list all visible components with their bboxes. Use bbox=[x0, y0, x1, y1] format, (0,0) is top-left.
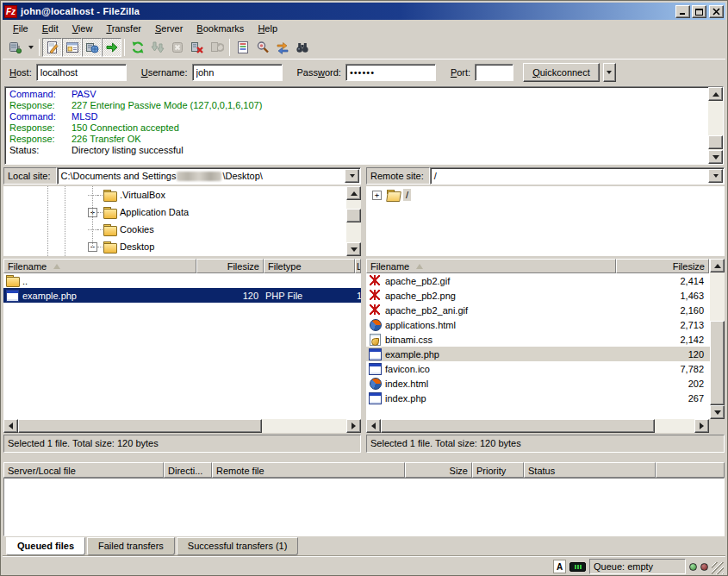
resize-grip[interactable] bbox=[712, 562, 724, 574]
site-manager-dropdown[interactable] bbox=[25, 38, 36, 57]
remote-directory-tree: + / bbox=[366, 186, 725, 256]
quickconnect-bar: Host: Username: Password: Port: Quickcon… bbox=[3, 59, 725, 85]
toggle-local-tree-button[interactable] bbox=[62, 38, 82, 57]
queue-list[interactable] bbox=[3, 478, 725, 536]
file-row[interactable]: apache_pb2.png 1,463 bbox=[366, 288, 725, 303]
local-tree-scrollbar[interactable] bbox=[346, 186, 361, 256]
quickconnect-button[interactable]: Quickconnect bbox=[523, 63, 600, 82]
disconnect-button[interactable] bbox=[187, 38, 207, 57]
menu-transfer[interactable]: Transfer bbox=[99, 22, 148, 35]
maximize-button[interactable] bbox=[692, 5, 706, 18]
remote-list-scrollbar[interactable] bbox=[710, 259, 725, 419]
tree-item-desktop[interactable]: − Desktop bbox=[3, 238, 361, 255]
log-scrollbar[interactable] bbox=[708, 87, 723, 164]
local-site-combo-dropdown[interactable] bbox=[345, 169, 359, 183]
column-header-filesize[interactable]: Filesize bbox=[196, 259, 264, 273]
expand-plus-icon[interactable]: + bbox=[372, 191, 382, 200]
toggle-remote-tree-button[interactable] bbox=[82, 38, 102, 57]
file-row[interactable]: apache_pb2_ani.gif 2,160 bbox=[366, 303, 725, 317]
scroll-thumb[interactable] bbox=[708, 135, 723, 149]
scroll-thumb[interactable] bbox=[710, 321, 725, 405]
column-header-filetype[interactable]: Filetype bbox=[264, 259, 355, 273]
site-manager-button[interactable] bbox=[5, 38, 25, 57]
port-label: Port: bbox=[451, 67, 470, 78]
cancel-operation-button[interactable] bbox=[167, 38, 187, 57]
scroll-up-button[interactable] bbox=[346, 186, 361, 200]
column-header-filesize[interactable]: Filesize bbox=[616, 259, 709, 273]
scroll-left-button[interactable] bbox=[3, 419, 18, 433]
file-row[interactable]: bitnami.css 2,142 bbox=[366, 332, 725, 347]
process-queue-button[interactable] bbox=[147, 38, 167, 57]
speed-limits-icon[interactable] bbox=[569, 562, 586, 572]
file-row[interactable]: index.html 202 bbox=[366, 376, 725, 391]
local-site-combo[interactable]: C:\Documents and Settings\Desktop\ bbox=[57, 167, 361, 185]
scroll-thumb[interactable] bbox=[346, 209, 361, 222]
php-file-icon bbox=[368, 348, 383, 360]
scroll-thumb[interactable] bbox=[381, 419, 655, 433]
tree-item-cookies[interactable]: Cookies bbox=[3, 221, 361, 238]
column-header-filename[interactable]: Filename bbox=[366, 259, 616, 273]
username-input[interactable] bbox=[192, 64, 283, 81]
directory-comparison-button[interactable] bbox=[252, 38, 272, 57]
file-row-example-php[interactable]: example.php 120 bbox=[366, 347, 725, 361]
column-header-priority[interactable]: Priority bbox=[472, 462, 524, 478]
scroll-up-button[interactable] bbox=[710, 259, 725, 272]
remote-horizontal-scrollbar[interactable] bbox=[366, 419, 709, 433]
quickconnect-dropdown[interactable] bbox=[603, 63, 616, 82]
toggle-transfer-queue-button[interactable] bbox=[102, 38, 121, 57]
file-row[interactable]: apache_pb2.gif 2,414 bbox=[366, 273, 725, 288]
tree-item-application-data[interactable]: + Application Data bbox=[3, 203, 361, 221]
file-row-example-php[interactable]: example.php 120 PHP File 1 bbox=[3, 288, 361, 303]
local-horizontal-scrollbar[interactable] bbox=[3, 419, 361, 433]
close-button[interactable] bbox=[709, 5, 724, 18]
host-input[interactable] bbox=[36, 64, 127, 81]
horizontal-splitter[interactable] bbox=[3, 453, 725, 462]
remote-site-combo-dropdown[interactable] bbox=[708, 169, 723, 183]
reconnect-button[interactable] bbox=[207, 38, 227, 57]
scroll-up-button[interactable] bbox=[708, 87, 723, 101]
scroll-left-button[interactable] bbox=[366, 419, 381, 433]
queue-status: Queue: empty bbox=[589, 559, 686, 574]
file-row-parent-dir[interactable]: .. bbox=[3, 273, 361, 288]
scroll-thumb[interactable] bbox=[18, 419, 262, 433]
menu-server[interactable]: Server bbox=[148, 22, 190, 35]
column-header-lastmodified[interactable]: L bbox=[355, 259, 361, 273]
tab-failed-transfers[interactable]: Failed transfers bbox=[87, 537, 175, 555]
tab-queued-files[interactable]: Queued files bbox=[6, 537, 85, 555]
tree-item-root[interactable]: + / bbox=[366, 186, 725, 203]
scroll-down-button[interactable] bbox=[346, 242, 361, 256]
directory-filters-button[interactable] bbox=[233, 38, 252, 57]
column-header-remote-file[interactable]: Remote file bbox=[212, 462, 405, 478]
column-header-size[interactable]: Size bbox=[405, 462, 472, 478]
menu-view[interactable]: View bbox=[65, 22, 100, 35]
minimize-button[interactable] bbox=[675, 5, 690, 18]
column-header-direction[interactable]: Directi... bbox=[164, 462, 212, 478]
file-row[interactable]: index.php 267 bbox=[366, 391, 725, 405]
tree-item-virtualbox[interactable]: .VirtualBox bbox=[3, 186, 361, 203]
menu-bookmarks[interactable]: Bookmarks bbox=[190, 22, 251, 35]
toggle-message-log-button[interactable] bbox=[42, 38, 62, 57]
tab-successful-transfers[interactable]: Successful transfers (1) bbox=[177, 537, 299, 555]
column-header-filename[interactable]: Filename bbox=[3, 259, 196, 273]
sync-browse-icon bbox=[276, 41, 289, 54]
menu-help[interactable]: Help bbox=[251, 22, 284, 35]
port-input[interactable] bbox=[475, 64, 513, 81]
file-row[interactable]: favicon.ico 7,782 bbox=[366, 361, 725, 376]
html-file-icon bbox=[368, 319, 383, 330]
activity-led-green-icon bbox=[689, 563, 697, 571]
scroll-down-button[interactable] bbox=[708, 150, 723, 164]
find-files-button[interactable] bbox=[292, 38, 312, 57]
menu-edit[interactable]: Edit bbox=[35, 22, 65, 35]
menu-file[interactable]: File bbox=[6, 22, 35, 35]
column-header-status[interactable]: Status bbox=[524, 462, 656, 478]
scroll-right-button[interactable] bbox=[346, 419, 361, 433]
file-row[interactable]: applications.html 2,713 bbox=[366, 317, 725, 332]
scroll-right-button[interactable] bbox=[694, 419, 709, 433]
filter-icon bbox=[236, 41, 250, 54]
password-input[interactable] bbox=[345, 64, 436, 81]
synchronized-browsing-button[interactable] bbox=[272, 38, 292, 57]
column-header-server-local-file[interactable]: Server/Local file bbox=[3, 462, 164, 478]
scroll-down-button[interactable] bbox=[710, 405, 725, 419]
refresh-button[interactable] bbox=[128, 38, 147, 57]
remote-site-combo[interactable]: / bbox=[430, 167, 725, 185]
